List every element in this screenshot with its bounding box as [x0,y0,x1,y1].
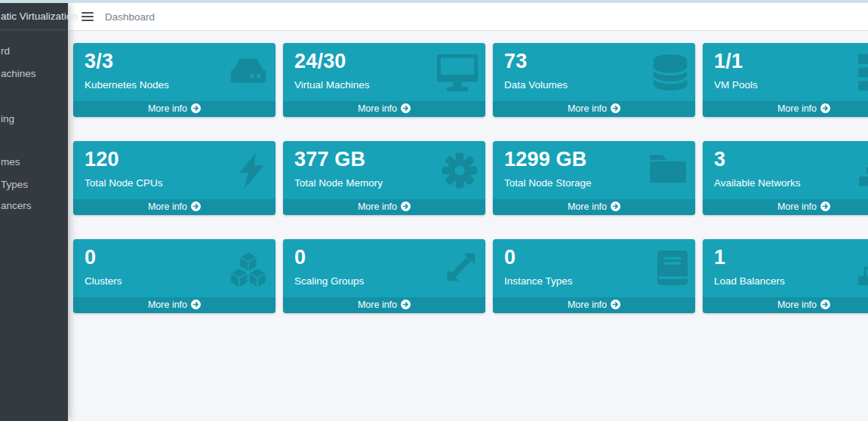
card-label: Scaling Groups [294,276,474,287]
arrow-circle-right-icon [401,300,411,309]
card-label: VM Pools [714,80,868,91]
more-info-label: More info [358,201,397,212]
more-info-label: More info [777,201,817,212]
sidebar-item-fragment[interactable]: mes [1,156,20,167]
more-info-label: More info [777,103,817,114]
info-card: 3/3 Kubernetes Nodes More info [73,43,275,117]
sidebar-item-fragment[interactable]: Types [1,179,28,190]
info-card: 1/1 VM Pools More info [703,43,868,117]
more-info-label: More info [358,300,397,310]
card-value: 73 [504,49,684,75]
more-info-link[interactable]: More info [493,101,695,117]
info-card: 1299 GB Total Node Storage More info [493,141,695,215]
sidebar-item-fragment[interactable]: ancers [1,200,32,211]
more-info-link[interactable]: More info [73,297,275,313]
info-card: 0 Instance Types More info [493,239,695,313]
info-card: 0 Clusters More info [73,239,275,313]
cards-grid: 3/3 Kubernetes Nodes More info 24/30 Vir… [73,43,868,313]
brand-link[interactable]: atic Virtualization [1,11,78,22]
arrow-circle-right-icon [820,103,830,113]
arrow-circle-right-icon [820,201,830,211]
arrow-circle-right-icon [611,201,620,211]
more-info-label: More info [148,201,187,212]
info-card: 377 GB Total Node Memory More info [283,141,485,215]
more-info-label: More info [568,201,607,212]
card-label: Total Node Memory [294,178,474,189]
more-info-link[interactable]: More info [283,199,485,215]
more-info-link[interactable]: More info [703,297,868,313]
sidebar-item-fragment[interactable]: ing [1,113,14,124]
card-label: Clusters [85,276,264,287]
arrow-circle-right-icon [401,201,411,211]
arrow-circle-right-icon [820,300,830,309]
info-card: 73 Data Volumes More info [493,43,695,117]
card-label: Available Networks [714,178,868,189]
more-info-label: More info [148,103,187,114]
sidebar-brand: atic Virtualization [0,3,68,30]
card-value: 0 [294,245,474,271]
info-card: 0 Scaling Groups More info [283,239,485,313]
page-title: Dashboard [105,11,155,23]
arrow-circle-right-icon [191,103,201,113]
card-label: Load Balancers [714,276,868,287]
sidebar-item-fragment[interactable]: rd [1,45,10,57]
card-value: 3 [714,147,868,173]
arrow-circle-right-icon [611,103,620,113]
card-value: 3/3 [85,49,264,75]
arrow-circle-right-icon [401,103,411,113]
more-info-label: More info [358,103,397,114]
sidebar-item-fragment[interactable]: achines [1,68,36,79]
info-card: 120 Total Node CPUs More info [73,141,275,215]
card-value: 1 [714,245,868,271]
more-info-link[interactable]: More info [703,199,868,215]
card-label: Total Node Storage [504,178,684,189]
more-info-link[interactable]: More info [493,297,695,313]
card-value: 1/1 [714,49,868,75]
info-card: 3 Available Networks More info [703,141,868,215]
more-info-label: More info [568,300,607,310]
more-info-link[interactable]: More info [283,101,485,117]
top-navbar: Dashboard [68,3,868,31]
arrow-circle-right-icon [191,201,201,211]
more-info-label: More info [148,300,187,310]
more-info-link[interactable]: More info [73,101,275,117]
more-info-link[interactable]: More info [493,199,695,215]
card-value: 0 [504,245,684,271]
card-label: Kubernetes Nodes [85,80,264,91]
sidebar: atic Virtualization rdachinesingmesTypes… [0,3,68,421]
hamburger-icon [82,12,94,14]
more-info-label: More info [568,103,607,114]
info-card: 1 Load Balancers More info [703,239,868,313]
arrow-circle-right-icon [191,300,201,309]
sidebar-menu: rdachinesingmesTypesancers [0,30,68,421]
more-info-label: More info [777,300,817,310]
more-info-link[interactable]: More info [703,101,868,117]
card-value: 0 [85,245,264,271]
card-label: Instance Types [504,276,684,287]
more-info-link[interactable]: More info [73,199,275,215]
card-label: Virtual Machines [294,80,474,91]
sidebar-toggle-button[interactable] [82,12,94,21]
top-accent-strip [0,0,868,3]
info-card: 24/30 Virtual Machines More info [283,43,485,117]
more-info-link[interactable]: More info [283,297,485,313]
card-value: 1299 GB [504,147,684,173]
card-value: 377 GB [294,147,474,173]
card-label: Total Node CPUs [85,178,264,189]
arrow-circle-right-icon [611,300,620,309]
card-value: 24/30 [294,49,474,75]
card-label: Data Volumes [504,80,684,91]
card-value: 120 [85,147,264,173]
